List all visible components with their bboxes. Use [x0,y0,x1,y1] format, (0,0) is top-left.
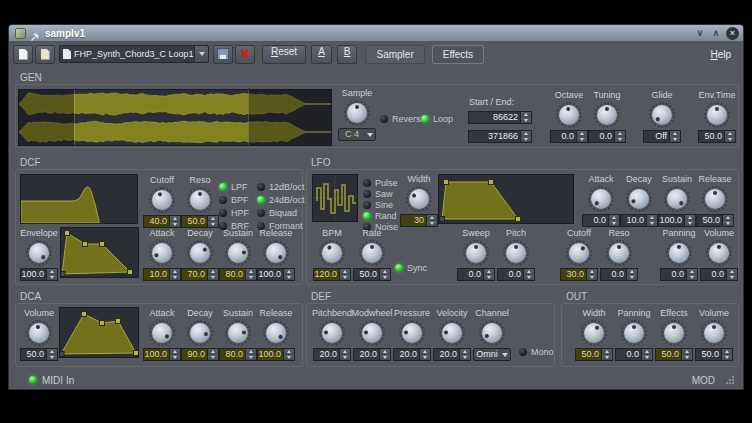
knob-spinbox[interactable]: 0.0 [700,268,738,281]
spin-down-icon[interactable] [727,275,737,281]
loop-end-spinbox[interactable]: 371866 [468,130,532,143]
mono-radio[interactable]: Mono [519,346,554,357]
tab-effects[interactable]: Effects [432,45,484,64]
spin-down-icon[interactable] [615,137,625,143]
knob-spinbox[interactable]: 100.0 [257,348,295,361]
knob-dial[interactable] [626,186,652,212]
spin-down-icon[interactable] [725,137,735,143]
knob-dial[interactable] [187,240,213,266]
knob-dial[interactable] [225,320,251,346]
knob-dial[interactable] [566,240,592,266]
knob-dial[interactable] [479,320,505,346]
radio-hpf[interactable]: HPF [219,207,249,218]
radio-lpf[interactable]: LPF [219,181,249,192]
spin-down-icon[interactable] [47,355,57,361]
radio-pulse[interactable]: Pulse [363,177,398,188]
loop-radio[interactable]: Loop [421,113,453,124]
spin-down-icon[interactable] [521,118,531,124]
knob-dial[interactable] [649,102,675,128]
dcf-filter-display[interactable] [20,174,138,224]
spin-down-icon[interactable] [687,275,697,281]
spin-down-icon[interactable] [340,355,350,361]
knob-spinbox[interactable]: 100.0 [257,268,295,281]
spin-down-icon[interactable] [284,355,294,361]
spin-down-icon[interactable] [609,221,619,227]
knob-spinbox[interactable]: 0.0 [497,268,535,281]
envelope-handle[interactable] [128,270,133,275]
spin-down-icon[interactable] [521,137,531,143]
dcf-envelope-display[interactable] [60,227,139,278]
envelope-handle[interactable] [100,321,105,326]
spin-down-icon[interactable] [627,275,637,281]
envelope-handle[interactable] [444,180,449,185]
knob-dial[interactable] [149,240,175,266]
spin-down-icon[interactable] [642,355,652,361]
spin-down-icon[interactable] [170,222,180,228]
knob-spinbox[interactable]: 0.0 [615,348,653,361]
knob-spinbox[interactable]: 20.0 [353,348,391,361]
loop-end-marker[interactable] [248,90,249,145]
radio-24db-oct[interactable]: 24dB/oct [257,194,305,205]
knob-spinbox[interactable]: 50.0 [181,215,219,228]
spin-down-icon[interactable] [722,355,732,361]
knob-dial[interactable] [704,102,730,128]
channel-combo[interactable]: Omni [473,348,511,361]
knob-spinbox[interactable]: 100.0 [143,348,181,361]
knob-dial[interactable] [359,320,385,346]
knob-spinbox[interactable]: 20.0 [393,348,431,361]
radio-rand[interactable]: Rand [363,210,398,221]
close-icon[interactable]: × [726,27,739,40]
knob-spinbox[interactable]: Off [643,130,681,143]
b-button[interactable]: B [337,45,358,64]
knob-spinbox[interactable]: 90.0 [181,348,219,361]
dca-envelope-display[interactable] [59,307,139,358]
knob-dial[interactable] [344,100,370,126]
lfo-wave-display[interactable] [312,174,358,222]
knob-spinbox[interactable]: 50.0 [696,214,734,227]
spin-down-icon[interactable] [380,275,390,281]
knob-spinbox[interactable]: 0.0 [457,268,495,281]
knob-dial[interactable] [187,320,213,346]
knob-spinbox[interactable]: 30.0 [560,268,598,281]
tab-sampler[interactable]: Sampler [365,45,424,64]
knob-dial[interactable] [406,186,432,212]
knob-spinbox[interactable]: 120.0 [313,268,351,281]
spin-down-icon[interactable] [524,275,534,281]
envelope-handle[interactable] [116,319,121,324]
reset-button[interactable]: Reset [262,45,306,64]
knob-spinbox[interactable]: 50.0 [655,348,693,361]
spin-down-icon[interactable] [647,221,657,227]
lfo-envelope-display[interactable] [438,174,574,224]
envelope-handle[interactable] [440,217,445,222]
knob-dial[interactable] [664,186,690,212]
spin-down-icon[interactable] [427,221,437,227]
a-button[interactable]: A [311,45,332,64]
radio-biquad[interactable]: Biquad [257,207,305,218]
knob-dial[interactable] [702,186,728,212]
knob-spinbox[interactable]: 50.0 [20,348,58,361]
envelope-handle[interactable] [489,180,494,185]
knob-dial[interactable] [594,102,620,128]
knob-dial[interactable] [319,240,345,266]
sync-radio[interactable]: Sync [395,262,427,273]
knob-spinbox[interactable]: 100.0 [20,268,58,281]
knob-dial[interactable] [606,240,632,266]
envelope-handle[interactable] [65,231,70,236]
spin-down-icon[interactable] [682,355,692,361]
radio-bpf[interactable]: BPF [219,194,249,205]
spin-down-icon[interactable] [208,222,218,228]
sample-note-combo[interactable]: C 4 [338,128,376,141]
knob-dial[interactable] [26,240,52,266]
knob-dial[interactable] [503,240,529,266]
knob-dial[interactable] [187,187,213,213]
spin-down-icon[interactable] [460,355,470,361]
spin-down-icon[interactable] [602,355,612,361]
open-preset-button[interactable] [35,45,55,64]
spin-down-icon[interactable] [170,275,180,281]
knob-spinbox[interactable]: 50.0 [698,130,736,143]
reverse-radio[interactable]: Reverse [380,113,426,124]
preset-combo[interactable]: FHP_Synth_Chord3_C Loop1 [59,45,209,63]
maximize-icon[interactable]: ∧ [710,27,722,39]
knob-spinbox[interactable]: 0.0 [550,130,588,143]
knob-spinbox[interactable]: 0.0 [582,214,620,227]
